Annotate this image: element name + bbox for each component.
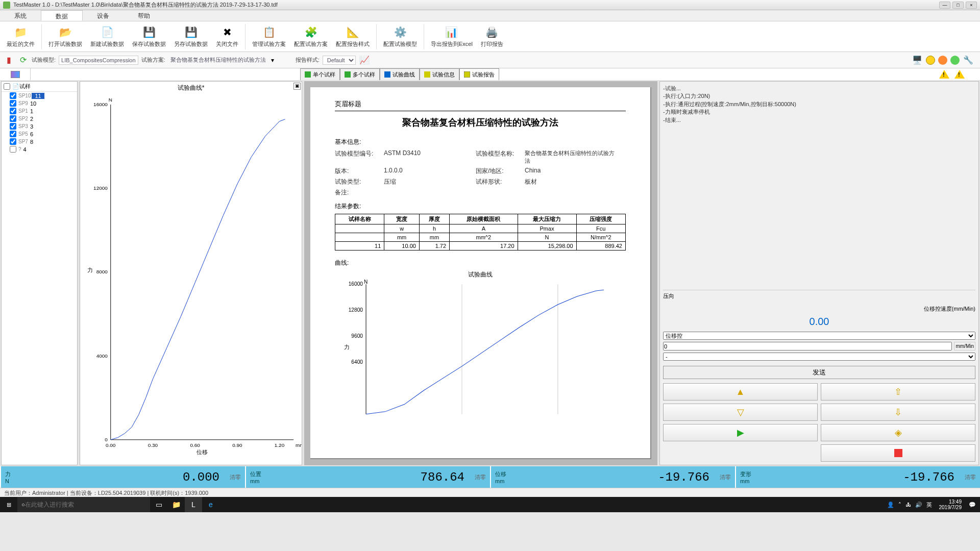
manage-plan-button[interactable]: 📋管理试验方案 [249,23,289,49]
tree-item[interactable]: SP22 [2,115,77,122]
tree-item[interactable]: SP910 [2,99,77,107]
result-table: 试样名称宽度厚度原始横截面积最大压缩力压缩强度 whAPmaxFcu mmmmm… [335,214,626,251]
device-icon[interactable]: 🖥️ [912,55,923,66]
tray-lang[interactable]: 英 [926,501,932,509]
close-file-button[interactable]: ✖关闭文件 [212,23,242,49]
sample-checkbox[interactable] [10,115,16,122]
folder-recent-icon: 📁 [14,25,28,39]
tab-multi-sample[interactable]: 多个试样 [340,68,380,80]
explorer-icon[interactable]: 📁 [167,497,185,512]
report-document: 页眉标题 聚合物基复合材料压缩特性的试验方法 基本信息: 试验模型编号:ASTM… [310,87,651,459]
sample-checkbox[interactable] [10,131,16,137]
notification-icon[interactable]: 💬 [969,502,976,508]
config-report-button[interactable]: 📐配置报告样式 [332,23,373,49]
tab-single-sample[interactable]: 单个试样 [300,68,340,80]
home-button[interactable]: ◈ [821,424,975,441]
sample-checkbox[interactable] [10,146,16,153]
sample-checkbox[interactable] [10,100,16,107]
close-button[interactable]: × [966,2,977,9]
chart-expand-button[interactable]: ▣ [293,83,301,90]
tree-item[interactable]: ?4 [2,145,77,153]
zero-pos-button[interactable]: 清零 [475,473,486,481]
menu-system[interactable]: 系统 [0,10,41,21]
print-report-button[interactable]: 🖨️打印报告 [477,23,507,49]
send-button[interactable]: 发送 [663,366,975,379]
down-fast-button[interactable]: ▽ [663,404,818,421]
sample-checkbox[interactable] [10,92,16,99]
saveas-data-button[interactable]: 💾另存试验数据 [170,23,211,49]
separator [41,24,42,49]
up-button[interactable]: ⇧ [821,383,975,400]
warning-icon[interactable] [954,70,965,79]
svg-text:N: N [109,97,112,103]
tray-people-icon[interactable]: 👤 [887,502,894,508]
svg-text:0.00: 0.00 [106,442,116,448]
yellow-square-icon [424,71,430,78]
tree-item[interactable]: SP56 [2,130,77,138]
menu-device[interactable]: 设备 [83,10,124,21]
recent-files-button[interactable]: 📁最近的文件 [3,23,38,49]
play-button[interactable]: ▶ [663,424,818,441]
report-title: 聚合物基复合材料压缩特性的试验方法 [335,116,626,129]
tray-network-icon[interactable]: 🖧 [905,502,911,508]
root-checkbox[interactable] [4,83,10,90]
tree-root[interactable]: 📄试样 [2,82,77,92]
zero-disp-button[interactable]: 清零 [720,473,731,481]
report-chart-title: 试验曲线 [335,270,626,279]
search-box[interactable]: ○ [17,497,150,512]
config-model-button[interactable]: ⚙️配置试验模型 [380,23,421,49]
sample-checkbox[interactable] [10,123,16,130]
svg-text:16000: 16000 [93,102,108,107]
settings-icon[interactable]: 🔧 [963,55,974,66]
sample-checkbox[interactable] [10,108,16,114]
tab-info[interactable]: 试验信息 [420,68,459,80]
start-button[interactable]: ⊞ [0,497,17,512]
tray-up-icon[interactable]: ˄ [898,502,901,508]
sample-checkbox[interactable] [10,138,16,145]
menu-data[interactable]: 数据 [41,10,83,21]
stop-button[interactable] [821,444,975,462]
zero-force-button[interactable]: 清零 [230,473,241,481]
config-plan-button[interactable]: 🧩配置试验方案 [290,23,331,49]
tab-curve[interactable]: 试验曲线 [380,68,420,80]
app-task-icon[interactable]: L [185,497,202,512]
search-input[interactable] [25,501,146,508]
tool-refresh-icon[interactable]: ⟳ [17,55,29,66]
left-color-tab[interactable] [0,68,31,80]
open-data-button[interactable]: 📂打开试验数据 [45,23,86,49]
tree-item[interactable]: SP33 [2,122,77,130]
workspace-tabs: 单个试样 多个试样 试验曲线 试验信息 试验报告 [0,68,980,80]
style-select[interactable]: Default [323,56,356,65]
tab-report[interactable]: 试验报告 [459,68,499,80]
save-data-button[interactable]: 💾保存试验数据 [129,23,169,49]
dropdown-icon[interactable]: ▾ [271,57,274,64]
plan-label: 试验方案: [141,56,165,64]
log-line: -执行:通用过程(控制速度:2mm/Min,控制目标:50000N) [663,101,975,108]
minimize-button[interactable]: — [939,2,950,9]
new-data-button[interactable]: 📄新建试验数据 [87,23,128,49]
menu-help[interactable]: 帮助 [124,10,164,21]
down-button[interactable]: ⇩ [821,404,975,421]
warning-icon[interactable] [939,70,949,79]
maximize-button[interactable]: □ [952,2,964,9]
task-view-icon[interactable]: ▭ [150,497,167,512]
up-fast-button[interactable]: ▲ [663,383,818,400]
force-readout: 0.000 [19,470,230,484]
new-icon: 📄 [100,25,114,39]
edge-icon[interactable]: e [202,497,219,512]
chart-preview-icon[interactable]: 📈 [359,55,370,66]
status-bar: 当前用户：Administrator | 当前设备：LD25.504.20190… [0,488,980,497]
close-file-icon: ✖ [220,25,234,39]
tool-red-icon[interactable]: ▮ [3,55,14,66]
tray-volume-icon[interactable]: 🔊 [915,502,922,508]
tree-item[interactable]: SP11 [2,107,77,115]
control-extra-select[interactable]: - [663,353,975,361]
plan-icon: 📋 [262,25,276,39]
zero-def-button[interactable]: 清零 [965,473,976,481]
control-mode-select[interactable]: 位移控 [663,332,975,340]
clock[interactable]: 13:492019/7/29 [936,499,965,510]
export-excel-button[interactable]: 📊导出报告到Excel [427,23,476,49]
control-value-input[interactable] [663,342,952,350]
tree-item[interactable]: SP78 [2,138,77,145]
tree-item[interactable]: SP1011 [2,92,77,99]
